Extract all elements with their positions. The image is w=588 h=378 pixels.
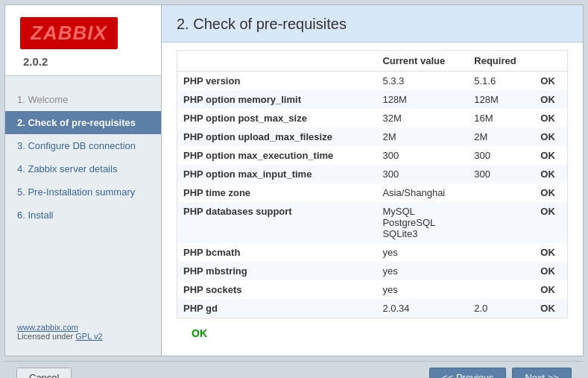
cancel-button[interactable]: Cancel [16, 368, 72, 378]
row-ok: OK [534, 202, 567, 243]
table-row: PHP option max_execution_time300300OK [177, 146, 567, 165]
content-header: 2. Check of pre-requisites [162, 5, 583, 42]
row-current: MySQLPostgreSQLSQLite3 [376, 202, 468, 243]
row-name: PHP time zone [177, 183, 376, 202]
row-name: PHP bcmath [177, 243, 376, 262]
table-row: PHP version5.3.35.1.6OK [177, 72, 567, 91]
next-button[interactable]: Next >> [512, 368, 572, 378]
table-row: PHP gd2.0.342.0OK [177, 299, 567, 318]
content-body: Current value Required PHP version5.3.35… [162, 42, 583, 356]
sidebar-nav: 1. Welcome 2. Check of pre-requisites 3.… [5, 88, 161, 315]
row-ok: OK [534, 72, 567, 91]
row-current: 2M [376, 127, 468, 146]
row-current: 32M [376, 109, 468, 127]
row-required [468, 243, 534, 262]
prereq-table-wrapper[interactable]: Current value Required PHP version5.3.35… [177, 50, 568, 318]
row-name: PHP option max_execution_time [177, 146, 376, 165]
row-required: 128M [468, 90, 534, 109]
row-required [468, 280, 534, 299]
license-text: Licensed under [17, 332, 75, 341]
row-required [468, 183, 534, 202]
row-current: yes [376, 280, 468, 299]
row-required [468, 202, 534, 243]
row-name: PHP option post_max_size [177, 109, 376, 127]
bottom-bar: Cancel << Previous Next >> [4, 361, 584, 378]
sidebar: ZABBIX 2.0.2 1. Welcome 2. Check of pre-… [5, 5, 162, 356]
logo: ZABBIX [20, 17, 118, 49]
row-name: PHP databases support [177, 202, 376, 243]
row-required: 2.0 [468, 299, 534, 318]
row-ok: OK [534, 109, 567, 127]
row-ok: OK [534, 243, 567, 262]
table-row: PHP socketsyesOK [177, 280, 567, 299]
zabbix-link[interactable]: www.zabbix.com [17, 323, 78, 332]
row-name: PHP option max_input_time [177, 165, 376, 183]
sidebar-item-prereq[interactable]: 2. Check of pre-requisites [5, 111, 161, 134]
table-row: PHP option upload_max_filesize2M2MOK [177, 127, 567, 146]
gpl-link[interactable]: GPL v2 [75, 332, 102, 341]
table-row: PHP option max_input_time300300OK [177, 165, 567, 183]
row-name: PHP option upload_max_filesize [177, 127, 376, 146]
ok-summary: OK [177, 318, 568, 348]
sidebar-item-welcome[interactable]: 1. Welcome [5, 88, 161, 111]
sidebar-item-summary[interactable]: 5. Pre-Installation summary [5, 180, 161, 204]
row-name: PHP version [177, 72, 376, 91]
row-current: 128M [376, 90, 468, 109]
row-required: 2M [468, 127, 534, 146]
row-name: PHP sockets [177, 280, 376, 299]
row-ok: OK [534, 262, 567, 280]
row-required: 300 [468, 146, 534, 165]
row-current: yes [376, 243, 468, 262]
row-required: 300 [468, 165, 534, 183]
row-ok: OK [534, 280, 567, 299]
table-row: PHP databases supportMySQLPostgreSQLSQLi… [177, 202, 567, 243]
col-name-header [177, 51, 376, 72]
sidebar-item-db[interactable]: 3. Configure DB connection [5, 134, 161, 157]
page-title: 2. Check of pre-requisites [177, 16, 568, 33]
table-row: PHP option post_max_size32M16MOK [177, 109, 567, 127]
row-required [468, 262, 534, 280]
row-name: PHP option memory_limit [177, 90, 376, 109]
table-row: PHP mbstringyesOK [177, 262, 567, 280]
sidebar-item-server[interactable]: 4. Zabbix server details [5, 157, 161, 180]
row-current: yes [376, 262, 468, 280]
row-current: 300 [376, 165, 468, 183]
logo-text: ZABBIX [31, 22, 107, 44]
previous-button[interactable]: << Previous [429, 368, 506, 378]
sidebar-item-install[interactable]: 6. Install [5, 204, 161, 227]
table-row: PHP option memory_limit128M128MOK [177, 90, 567, 109]
prereq-table: Current value Required PHP version5.3.35… [177, 51, 567, 318]
col-current-header: Current value [376, 51, 468, 72]
sidebar-logo: ZABBIX 2.0.2 [5, 5, 161, 76]
row-required: 5.1.6 [468, 72, 534, 91]
row-current: 2.0.34 [376, 299, 468, 318]
row-ok: OK [534, 183, 567, 202]
table-row: PHP time zoneAsia/ShanghaiOK [177, 183, 567, 202]
row-ok: OK [534, 299, 567, 318]
row-required: 16M [468, 109, 534, 127]
nav-buttons: << Previous Next >> [426, 368, 572, 378]
row-current: Asia/Shanghai [376, 183, 468, 202]
row-name: PHP gd [177, 299, 376, 318]
row-current: 5.3.3 [376, 72, 468, 91]
row-ok: OK [534, 146, 567, 165]
row-ok: OK [534, 90, 567, 109]
row-ok: OK [534, 127, 567, 146]
table-row: PHP bcmathyesOK [177, 243, 567, 262]
sidebar-footer: www.zabbix.com Licensed under GPL v2 [5, 315, 161, 348]
col-result-header [534, 51, 567, 72]
content-area: 2. Check of pre-requisites Current value… [162, 5, 583, 356]
row-current: 300 [376, 146, 468, 165]
col-required-header: Required [468, 51, 534, 72]
row-ok: OK [534, 165, 567, 183]
row-name: PHP mbstring [177, 262, 376, 280]
version-text: 2.0.2 [23, 55, 146, 68]
